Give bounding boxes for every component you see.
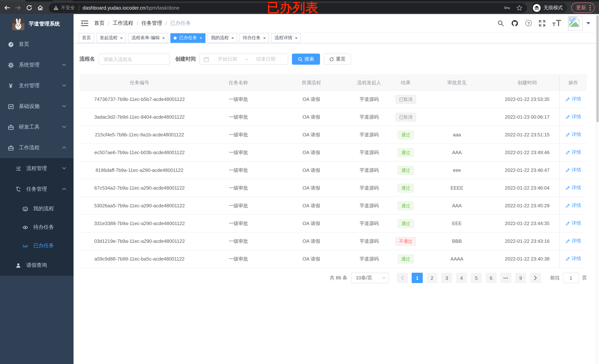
- insecure-label[interactable]: 不安全: [61, 5, 75, 11]
- next-page-button[interactable]: [530, 273, 541, 283]
- sidebar-collapse-icon[interactable]: [81, 20, 88, 27]
- cell-created: 2022-01-22 23:51:15: [495, 126, 559, 143]
- tab-home[interactable]: 首页: [79, 33, 94, 43]
- breadcrumb-home[interactable]: 首页: [94, 20, 105, 27]
- detail-button[interactable]: 详情: [565, 202, 581, 209]
- cell-process: OA 请假: [277, 232, 345, 250]
- goto-page-input[interactable]: [563, 273, 579, 283]
- tab-done-tasks[interactable]: 已办任务×: [170, 33, 205, 43]
- sidebar-item-my-process[interactable]: 我的流程: [0, 200, 73, 218]
- close-icon[interactable]: ×: [200, 36, 202, 40]
- tab-todo-tasks[interactable]: 待办任务×: [239, 33, 269, 43]
- close-icon[interactable]: ×: [263, 36, 266, 40]
- password-key-icon[interactable]: [504, 4, 510, 11]
- cell-comment: eee: [419, 161, 495, 179]
- reset-button[interactable]: 重置: [324, 53, 351, 65]
- page-button-3[interactable]: 3: [441, 273, 452, 283]
- detail-button[interactable]: 详情: [565, 238, 581, 244]
- close-icon[interactable]: ×: [231, 36, 234, 40]
- navbar-actions: ?: [490, 16, 590, 30]
- col-starter: 流程发起人: [345, 75, 393, 90]
- sidebar-item-payment[interactable]: ¥ 支付管理: [0, 75, 73, 96]
- status-badge: 不通过: [395, 237, 416, 246]
- page-button-9[interactable]: 9: [515, 273, 526, 283]
- avatar[interactable]: [568, 16, 583, 30]
- sidebar-item-infrastructure[interactable]: 基础设施: [0, 96, 73, 117]
- sidebar-item-todo-tasks[interactable]: 待办任务: [0, 218, 73, 237]
- sidebar-item-home[interactable]: 首页: [0, 34, 73, 55]
- detail-button[interactable]: 详情: [565, 114, 581, 120]
- tab-process-form-edit[interactable]: 流程表单-编辑×: [128, 33, 168, 43]
- github-icon[interactable]: [511, 19, 519, 27]
- sidebar-item-leave-query[interactable]: 请假查询: [0, 255, 73, 276]
- search-button[interactable]: 搜索: [292, 53, 320, 65]
- close-icon[interactable]: ×: [120, 36, 123, 40]
- forward-icon[interactable]: [13, 2, 24, 13]
- sidebar-item-workflow[interactable]: 工作流程: [0, 137, 73, 158]
- detail-button[interactable]: 详情: [565, 131, 581, 138]
- goto-label: 前往: [550, 275, 560, 281]
- avatar-caret-icon[interactable]: [586, 22, 590, 24]
- start-date-placeholder[interactable]: 开始日期: [209, 56, 246, 62]
- app-logo-row[interactable]: 芋道管理系统: [0, 14, 73, 34]
- incognito-badge[interactable]: 无痕模式: [531, 3, 567, 13]
- close-icon[interactable]: ×: [162, 36, 165, 40]
- detail-button[interactable]: 详情: [565, 149, 581, 156]
- detail-button[interactable]: 详情: [565, 167, 581, 174]
- reload-icon[interactable]: [24, 2, 35, 13]
- page-size-select[interactable]: 10条/页: [351, 273, 389, 283]
- more-pages-button[interactable]: •••: [500, 273, 511, 283]
- detail-button[interactable]: 详情: [565, 220, 581, 227]
- sidebar-item-done-tasks[interactable]: 已办任务: [0, 237, 73, 255]
- scrollbar-thumb[interactable]: [596, 15, 599, 122]
- detail-button[interactable]: 详情: [565, 185, 581, 191]
- tab-my-process[interactable]: 我的流程×: [208, 33, 237, 43]
- cell-comment: aaa: [419, 126, 495, 143]
- browser-menu-dots-icon[interactable]: [589, 5, 591, 11]
- prev-page-button[interactable]: [397, 273, 408, 283]
- date-range-picker[interactable]: 开始日期 - 结束日期: [200, 53, 288, 65]
- end-date-placeholder[interactable]: 结束日期: [247, 56, 284, 62]
- sidebar-item-process-management[interactable]: 流程管理: [0, 158, 73, 179]
- sidebar-item-system[interactable]: 系统管理: [0, 55, 73, 75]
- cell-task-name: 一级审批: [200, 232, 277, 250]
- fullscreen-icon[interactable]: [539, 20, 546, 27]
- scrollbar-track[interactable]: [596, 14, 599, 364]
- process-name-input[interactable]: [99, 53, 170, 65]
- tab-process-detail[interactable]: 流程详情×: [271, 33, 301, 43]
- browser-tab[interactable]: [0, 0, 26, 1]
- page-button-4[interactable]: 4: [456, 273, 467, 283]
- detail-button[interactable]: 详情: [565, 256, 581, 262]
- table-row: ec507ae6-7b9a-11ec-b03b-acde48001122 一级审…: [79, 143, 587, 161]
- help-icon[interactable]: ?: [526, 20, 532, 26]
- breadcrumb-workflow[interactable]: 工作流程: [113, 20, 133, 27]
- page-button-6[interactable]: 6: [485, 273, 497, 283]
- breadcrumb-separator: /: [137, 20, 138, 26]
- back-icon[interactable]: [1, 2, 13, 13]
- cell-starter: 芋道源码: [345, 161, 393, 179]
- insecure-warning-icon[interactable]: [53, 5, 59, 10]
- cell-starter: 芋道源码: [345, 232, 393, 250]
- cell-created: 2022-01-22 23:43:16: [495, 232, 559, 250]
- reset-button-label: 重置: [336, 56, 345, 62]
- sidebar-item-task-management[interactable]: 任务管理: [0, 179, 73, 200]
- browser-update-button[interactable]: 更新: [571, 3, 595, 13]
- url-host[interactable]: dashboard.yudao.iocoder.cn: [83, 5, 145, 10]
- col-process: 所属流程: [277, 75, 345, 90]
- detail-button[interactable]: 详情: [565, 96, 581, 103]
- page-button-1[interactable]: 1: [412, 273, 423, 283]
- tab-start-process[interactable]: 发起流程×: [97, 33, 126, 43]
- search-icon[interactable]: [497, 20, 504, 27]
- sidebar-item-dev-tools[interactable]: 研发工具: [0, 117, 73, 137]
- home-icon[interactable]: [35, 2, 46, 13]
- font-size-icon[interactable]: [552, 20, 561, 26]
- breadcrumb-task-management[interactable]: 任务管理: [141, 20, 162, 27]
- table-row: 03d1219e-7b9a-11ec-a290-acde48001122 一级审…: [79, 232, 587, 250]
- bookmark-star-icon[interactable]: [516, 5, 522, 11]
- page-button-5[interactable]: 5: [471, 273, 482, 283]
- page-button-2[interactable]: 2: [426, 273, 438, 283]
- update-label[interactable]: 更新: [576, 4, 586, 11]
- close-icon[interactable]: ×: [295, 36, 298, 40]
- url-path[interactable]: /bpm/task/done: [145, 5, 179, 10]
- detail-label: 详情: [572, 114, 581, 120]
